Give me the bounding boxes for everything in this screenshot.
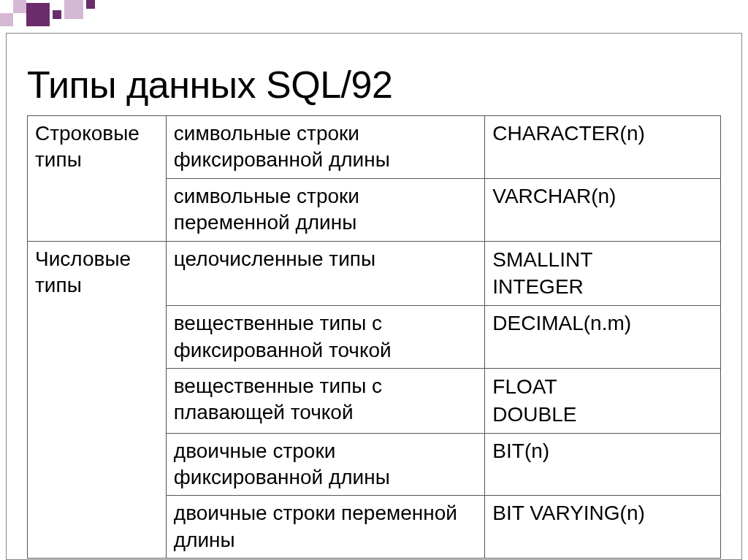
type-cell: CHARACTER(n) bbox=[485, 116, 721, 179]
type-cell: VARCHAR(n) bbox=[485, 178, 721, 241]
description-cell: двоичные строки фиксированной длины bbox=[166, 433, 485, 496]
type-value: FLOAT bbox=[492, 373, 713, 401]
description-cell: двоичные строки переменной длины bbox=[166, 496, 485, 559]
description-cell: символьные строки фиксированной длины bbox=[166, 116, 485, 179]
type-cell: DECIMAL(n.m) bbox=[485, 306, 721, 369]
type-value: SMALLINT bbox=[492, 246, 713, 274]
table-row: Строковые типы символьные строки фиксиро… bbox=[28, 116, 721, 179]
description-cell: целочисленные типы bbox=[166, 241, 485, 306]
type-value: INTEGER bbox=[492, 273, 713, 301]
slide-frame: Типы данных SQL/92 Строковые типы символ… bbox=[6, 33, 742, 560]
data-table: Строковые типы символьные строки фиксиро… bbox=[27, 115, 721, 559]
category-cell: Строковые типы bbox=[28, 116, 167, 242]
type-cell: FLOAT DOUBLE bbox=[485, 368, 721, 433]
page-title: Типы данных SQL/92 bbox=[27, 63, 721, 107]
description-cell: вещественные типы с фиксированной точкой bbox=[166, 306, 485, 369]
description-cell: вещественные типы с плавающей точкой bbox=[166, 368, 485, 433]
type-cell: BIT VARYING(n) bbox=[485, 496, 721, 559]
table-row: Числовые типы целочисленные типы SMALLIN… bbox=[28, 241, 721, 306]
type-cell: SMALLINT INTEGER bbox=[485, 241, 721, 306]
description-cell: символьные строки переменной длины bbox=[166, 178, 485, 241]
category-cell: Числовые типы bbox=[28, 241, 167, 559]
type-cell: BIT(n) bbox=[485, 433, 721, 496]
type-value: DOUBLE bbox=[492, 401, 713, 429]
